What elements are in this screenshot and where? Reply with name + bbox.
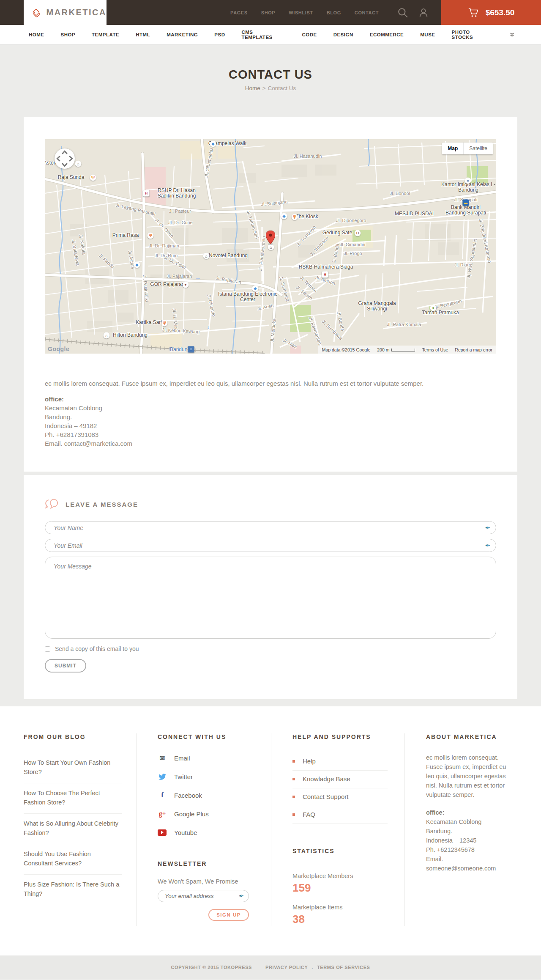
- category-nav-link[interactable]: HTML: [136, 32, 150, 37]
- hospital-icon[interactable]: [143, 190, 150, 197]
- arrow-down-icon[interactable]: [205, 324, 212, 330]
- header-nav-link[interactable]: CONTACT: [355, 10, 379, 15]
- blog-list-item: Should You Use Fashion Consultant Servic…: [24, 844, 122, 875]
- category-nav-link[interactable]: CMS TEMPLATES: [241, 30, 285, 40]
- category-nav: HOMESHOPTEMPLATEHTMLMARKETINGPSDCMS TEMP…: [0, 25, 541, 45]
- header-nav-link[interactable]: SHOP: [261, 10, 276, 15]
- header-nav-link[interactable]: BLOG: [327, 10, 341, 15]
- help-link: FAQ: [303, 811, 315, 818]
- social-link[interactable]: ✉ f g+ Youtube: [158, 826, 254, 838]
- help-link: Help: [303, 758, 316, 765]
- government-icon[interactable]: [465, 178, 471, 184]
- hotel-icon[interactable]: [75, 161, 82, 167]
- google-map[interactable]: AstonRaja SundaChampelas WalkJl. Cihampe…: [45, 139, 496, 354]
- map-view-button[interactable]: Map: [442, 143, 463, 154]
- restaurant-icon[interactable]: [148, 233, 154, 239]
- help-link-row[interactable]: FAQ: [292, 806, 388, 824]
- blog-post-link[interactable]: Plus Size Fashion: Is There Such a Thing…: [24, 881, 119, 897]
- double-chevron-down-icon: [509, 32, 515, 37]
- google-plus-icon: g+: [158, 810, 167, 818]
- category-nav-link[interactable]: MARKETING: [167, 32, 198, 37]
- map-attribution: Map data ©2015 Google 200 m Terms of Use…: [318, 346, 496, 354]
- satellite-view-button[interactable]: Satellite: [463, 143, 493, 154]
- category-nav-link[interactable]: ECOMMERCE: [370, 32, 404, 37]
- map-marker-pin[interactable]: [266, 231, 275, 247]
- arrow-right-icon[interactable]: [195, 274, 201, 280]
- blog-post-link[interactable]: What is So Alluring About Celebrity Fash…: [24, 820, 118, 836]
- header-nav-link[interactable]: PAGES: [230, 10, 248, 15]
- map-pan-control[interactable]: [55, 148, 75, 169]
- breadcrumb-home-link[interactable]: Home: [245, 85, 260, 91]
- header-nav-link[interactable]: WISHLIST: [289, 10, 313, 15]
- blog-post-link[interactable]: How To Choose The Perfect Fashion Store?: [24, 790, 100, 806]
- terms-of-use-link[interactable]: Terms of Use: [422, 347, 448, 352]
- report-map-error-link[interactable]: Report a map error: [455, 347, 492, 352]
- privacy-policy-link[interactable]: PRIVACY POLICY: [265, 965, 308, 970]
- stat-label: Marketplace Items: [292, 904, 388, 911]
- about-text: ec mollis lorem consequat. Fusce ipsum e…: [426, 753, 514, 799]
- more-categories-button[interactable]: [509, 32, 515, 37]
- email-icon: ✉: [158, 754, 167, 762]
- cart-button[interactable]: $653.50: [441, 0, 541, 25]
- hotel-icon[interactable]: [104, 332, 110, 339]
- signup-button[interactable]: SIGN UP: [208, 909, 249, 921]
- map-data-credit: Map data ©2015 Google: [322, 347, 371, 352]
- tag-logo-icon: [32, 4, 41, 21]
- sports-icon[interactable]: [183, 282, 189, 288]
- newsletter-email-input[interactable]: [158, 890, 249, 902]
- submit-button[interactable]: SUBMIT: [45, 659, 86, 673]
- help-link-row[interactable]: Contact Support: [292, 788, 388, 806]
- terms-of-services-link[interactable]: TERMS OF SERVICES: [317, 965, 370, 970]
- help-link-row[interactable]: Knowladge Base: [292, 771, 388, 788]
- category-nav-link[interactable]: PSD: [214, 32, 225, 37]
- email-input[interactable]: [45, 539, 496, 552]
- contact-card: AstonRaja SundaChampelas WalkJl. Cihampe…: [24, 117, 517, 472]
- category-nav-link[interactable]: MUSE: [420, 32, 435, 37]
- search-icon[interactable]: [397, 7, 408, 18]
- category-nav-link[interactable]: CODE: [302, 32, 317, 37]
- social-label: Email: [174, 755, 190, 762]
- user-icon[interactable]: [418, 8, 429, 18]
- footer-connect-column: CONNECT WITH US ✉ f g+ Email: [136, 733, 271, 926]
- category-nav-link[interactable]: HOME: [29, 32, 44, 37]
- shop-icon[interactable]: [281, 213, 287, 220]
- pan-right-icon: [70, 156, 72, 161]
- restaurant-icon[interactable]: [90, 175, 96, 181]
- shop-icon[interactable]: [252, 285, 259, 292]
- restaurant-icon[interactable]: [292, 214, 298, 220]
- train-icon[interactable]: [188, 346, 194, 353]
- office-label: office:: [45, 395, 496, 404]
- hospital-icon[interactable]: [322, 272, 328, 278]
- blog-post-link[interactable]: Should You Use Fashion Consultant Servic…: [24, 851, 91, 867]
- hotel-icon[interactable]: [203, 253, 210, 259]
- name-input[interactable]: [45, 521, 496, 534]
- office-label: office:: [426, 808, 514, 817]
- category-nav-link[interactable]: TEMPLATE: [92, 32, 119, 37]
- social-link[interactable]: ✉ f g+ Twitter: [158, 771, 254, 782]
- bullet-square-icon: [292, 778, 295, 780]
- shop-icon[interactable]: [134, 262, 140, 268]
- category-nav-link[interactable]: PHOTO STOCKS: [452, 30, 493, 40]
- header-nav: PAGESSHOPWISHLISTBLOGCONTACT: [230, 0, 379, 25]
- message-textarea[interactable]: [45, 557, 496, 639]
- shop-icon[interactable]: [210, 141, 216, 147]
- bank-icon[interactable]: [463, 200, 469, 206]
- category-nav-link[interactable]: SHOP: [61, 32, 76, 37]
- message-card: LEAVE A MESSAGE ✒ ✒ Send a copy of this …: [24, 475, 517, 699]
- chat-bubbles-icon: [45, 499, 59, 510]
- send-copy-checkbox[interactable]: [45, 646, 50, 652]
- logo[interactable]: MARKETICA: [24, 0, 107, 25]
- category-nav-link[interactable]: DESIGN: [333, 32, 353, 37]
- breadcrumb-current: Contact Us: [268, 85, 296, 91]
- social-link[interactable]: ✉ f g+ Email: [158, 752, 254, 764]
- twitter-icon: [158, 774, 167, 780]
- blog-post-link[interactable]: How To Start Your Own Fashion Store?: [24, 759, 110, 775]
- help-link-row[interactable]: Help: [292, 753, 388, 771]
- park-icon[interactable]: [430, 305, 437, 311]
- restaurant-icon[interactable]: [161, 320, 168, 327]
- museum-icon[interactable]: [355, 230, 361, 236]
- social-link[interactable]: ✉ f g+ Facebook: [158, 789, 254, 801]
- social-link[interactable]: ✉ f g+ Google Plus: [158, 808, 254, 820]
- stat-value: 159: [292, 881, 388, 895]
- bullet-square-icon: [292, 813, 295, 816]
